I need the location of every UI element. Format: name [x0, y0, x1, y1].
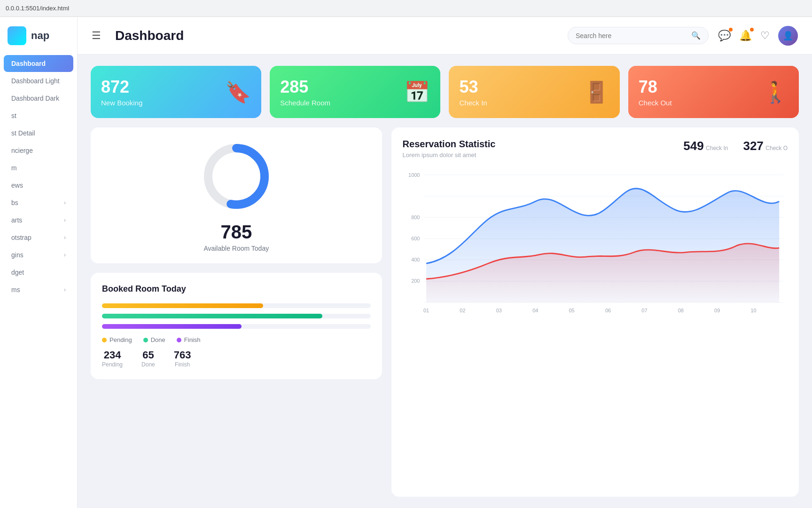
- search-icon[interactable]: 🔍: [691, 31, 701, 40]
- sidebar-chevron-8: ›: [64, 199, 66, 206]
- donut-card: 785 Available Room Today: [91, 127, 382, 263]
- logo-text: nap: [31, 30, 49, 42]
- search-input[interactable]: [576, 32, 687, 40]
- svg-text:1000: 1000: [408, 172, 420, 177]
- svg-text:09: 09: [714, 307, 720, 313]
- sidebar-logo: nap: [0, 22, 77, 55]
- stat-num-3: 78: [639, 77, 672, 97]
- sidebar-item-2[interactable]: Dashboard Dark: [4, 90, 73, 107]
- sidebar-item-4[interactable]: st Detail: [4, 125, 73, 142]
- svg-text:01: 01: [423, 307, 429, 313]
- svg-text:800: 800: [411, 214, 420, 220]
- stat-card-3: 78 Check Out 🚶: [628, 66, 799, 118]
- sidebar-chevron-13: ›: [64, 286, 66, 293]
- sidebar-chevron-10: ›: [64, 234, 66, 241]
- booked-stat-1: 65Done: [141, 349, 155, 368]
- sidebar-item-10[interactable]: otstrap›: [4, 229, 73, 246]
- stat-num-2: 53: [459, 77, 487, 97]
- booked-stat-label-0: Pending: [102, 361, 123, 368]
- sidebar-item-8[interactable]: bs›: [4, 194, 73, 211]
- chart-title-group: Reservation Statistic Lorem ipsum dolor …: [403, 139, 496, 159]
- heart-icon-wrapper[interactable]: ♡: [760, 30, 770, 42]
- legend-label-0: Pending: [109, 336, 132, 343]
- left-panel: 785 Available Room Today Booked Room Tod…: [91, 127, 382, 497]
- donut-chart: [199, 139, 274, 214]
- bar-container-0: [102, 303, 371, 308]
- stat-info-2: 53 Check In: [459, 77, 487, 107]
- page-title: Dashboard: [115, 28, 558, 43]
- sidebar-item-11[interactable]: gins›: [4, 246, 73, 263]
- booked-stat-label-2: Finish: [174, 361, 191, 368]
- chat-icon: 💬: [718, 30, 731, 41]
- sidebar-item-3[interactable]: st: [4, 107, 73, 124]
- sidebar: nap DashboardDashboard LightDashboard Da…: [0, 17, 78, 508]
- booked-stat-0: 234Pending: [102, 349, 123, 368]
- svg-text:07: 07: [641, 307, 647, 313]
- legend-row: PendingDoneFinish: [102, 336, 371, 343]
- sidebar-item-label-0: Dashboard: [11, 60, 46, 67]
- bars-container: [102, 303, 371, 329]
- menu-icon[interactable]: ☰: [92, 30, 101, 42]
- sidebar-item-6[interactable]: m: [4, 159, 73, 176]
- app-container: nap DashboardDashboard LightDashboard Da…: [0, 17, 812, 508]
- browser-bar: 0.0.0.1:5501/index.html: [0, 0, 812, 17]
- bar-container-2: [102, 324, 371, 329]
- stat-icon-1: 📅: [404, 80, 430, 104]
- svg-text:04: 04: [532, 307, 538, 313]
- bar-track-2: [102, 324, 371, 329]
- chat-icon-wrapper[interactable]: 💬: [718, 30, 731, 42]
- bell-badge: [750, 28, 754, 32]
- donut-wrapper: [199, 139, 274, 214]
- booked-stat-num-0: 234: [102, 349, 123, 361]
- sidebar-item-1[interactable]: Dashboard Light: [4, 72, 73, 89]
- sidebar-item-12[interactable]: dget: [4, 264, 73, 281]
- check-in-label: Check In: [706, 145, 728, 151]
- sidebar-item-13[interactable]: ms›: [4, 281, 73, 298]
- stats-row: 872 New Booking 🔖 285 Schedule Room 📅 53…: [91, 66, 799, 118]
- booked-stats-row: 234Pending65Done763Finish: [102, 349, 371, 368]
- sidebar-item-label-11: gins: [11, 251, 23, 259]
- sidebar-item-5[interactable]: ncierge: [4, 142, 73, 159]
- reservation-chart-svg: 1000 800 600 400 200: [403, 166, 788, 317]
- svg-text:03: 03: [496, 307, 501, 313]
- check-out-label: Check O: [765, 145, 788, 151]
- legend-item-2: Finish: [177, 336, 201, 343]
- legend-dot-1: [143, 338, 148, 342]
- sidebar-nav: DashboardDashboard LightDashboard Darkst…: [0, 55, 77, 299]
- legend-label-2: Finish: [184, 336, 201, 343]
- booked-stat-num-1: 65: [141, 349, 155, 361]
- svg-text:400: 400: [411, 257, 420, 262]
- bell-icon-wrapper[interactable]: 🔔: [739, 30, 752, 42]
- svg-text:600: 600: [411, 236, 420, 241]
- stat-icon-0: 🔖: [225, 80, 251, 104]
- stat-card-1: 285 Schedule Room 📅: [270, 66, 440, 118]
- main-content: ☰ Dashboard 🔍 💬 🔔 ♡ 👤: [78, 17, 812, 508]
- avatar[interactable]: 👤: [778, 26, 798, 46]
- sidebar-item-7[interactable]: ews: [4, 177, 73, 194]
- sidebar-item-label-6: m: [11, 164, 17, 172]
- reservation-chart-card: Reservation Statistic Lorem ipsum dolor …: [391, 127, 799, 497]
- sidebar-item-label-8: bs: [11, 199, 18, 206]
- svg-text:08: 08: [678, 307, 683, 313]
- search-container: 🔍: [568, 27, 709, 44]
- heart-icon: ♡: [760, 30, 770, 41]
- sidebar-item-0[interactable]: Dashboard: [4, 55, 73, 72]
- chart-stats: 549 Check In 327 Check O: [683, 139, 788, 153]
- stat-info-3: 78 Check Out: [639, 77, 672, 107]
- chat-badge: [729, 28, 733, 32]
- booked-stat-2: 763Finish: [174, 349, 191, 368]
- bar-container-1: [102, 314, 371, 318]
- stat-num-1: 285: [280, 77, 330, 97]
- stat-label-2: Check In: [459, 99, 487, 107]
- chart-svg-container: 1000 800 600 400 200: [403, 166, 788, 485]
- sidebar-item-label-12: dget: [11, 269, 24, 276]
- legend-item-1: Done: [143, 336, 165, 343]
- sidebar-item-label-3: st: [11, 112, 16, 119]
- stat-icon-2: 🚪: [584, 80, 609, 104]
- stat-info-1: 285 Schedule Room: [280, 77, 330, 107]
- sidebar-item-label-4: st Detail: [11, 129, 35, 137]
- sidebar-item-9[interactable]: arts›: [4, 212, 73, 229]
- content-area: 872 New Booking 🔖 285 Schedule Room 📅 53…: [78, 55, 812, 508]
- bar-fill-0: [102, 303, 263, 308]
- svg-text:200: 200: [411, 278, 420, 284]
